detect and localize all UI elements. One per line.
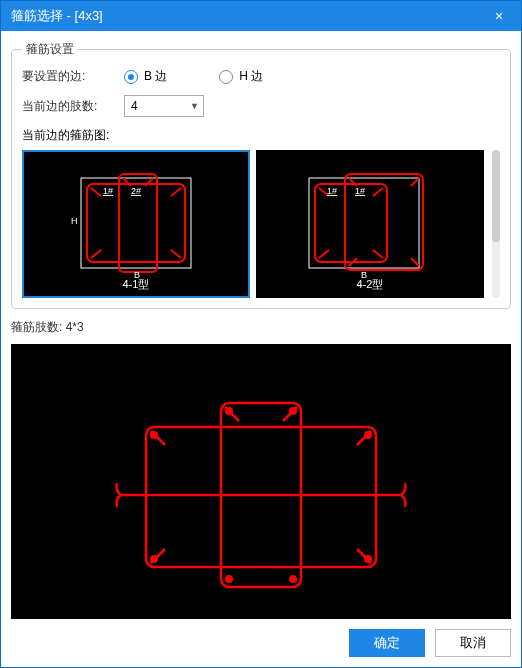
content-area: 箍筋设置 要设置的边: B 边 H 边 当前边的肢数: 4 ▼ bbox=[1, 31, 521, 619]
preview-panel bbox=[11, 344, 511, 619]
edge-row: 要设置的边: B 边 H 边 bbox=[22, 68, 500, 85]
svg-text:2#: 2# bbox=[131, 186, 141, 196]
svg-line-17 bbox=[319, 250, 329, 258]
diagram-label-row: 当前边的箍筋图: bbox=[22, 127, 500, 144]
radio-icon bbox=[124, 70, 138, 84]
count-value: 4 bbox=[131, 99, 138, 113]
stirrup-thumb-4-2[interactable]: 1# 1# B 4-2型 bbox=[256, 150, 484, 298]
thumb-caption: 4-1型 bbox=[24, 277, 248, 292]
svg-text:1#: 1# bbox=[327, 186, 337, 196]
svg-line-4 bbox=[91, 250, 101, 258]
svg-line-2 bbox=[91, 188, 101, 196]
svg-point-39 bbox=[225, 575, 233, 583]
stirrup-thumb-4-1[interactable]: 1# 2# H B 4-1型 bbox=[22, 150, 250, 298]
footer: 确定 取消 bbox=[1, 619, 521, 667]
count-label: 当前边的肢数: bbox=[22, 98, 112, 115]
cancel-button[interactable]: 取消 bbox=[435, 629, 511, 657]
group-legend: 箍筋设置 bbox=[22, 41, 78, 58]
svg-point-40 bbox=[289, 575, 297, 583]
title-text: 箍筋选择 - [4x3] bbox=[11, 7, 487, 25]
diagram-label: 当前边的箍筋图: bbox=[22, 127, 109, 144]
radio-h-label: H 边 bbox=[239, 68, 263, 85]
svg-line-23 bbox=[411, 258, 419, 266]
radio-b-label: B 边 bbox=[144, 68, 167, 85]
radio-icon bbox=[219, 70, 233, 84]
count-select[interactable]: 4 ▼ bbox=[124, 95, 204, 117]
radio-b-edge[interactable]: B 边 bbox=[124, 68, 167, 85]
svg-line-5 bbox=[171, 250, 181, 258]
edge-label: 要设置的边: bbox=[22, 68, 112, 85]
scrollbar-thumb[interactable] bbox=[492, 150, 500, 242]
svg-text:H: H bbox=[71, 216, 78, 226]
svg-line-3 bbox=[171, 188, 181, 196]
thumb-caption: 4-2型 bbox=[258, 277, 482, 292]
chevron-down-icon: ▼ bbox=[190, 101, 199, 111]
svg-text:1#: 1# bbox=[103, 186, 113, 196]
count-row: 当前边的肢数: 4 ▼ bbox=[22, 95, 500, 117]
svg-rect-14 bbox=[315, 184, 387, 262]
svg-rect-27 bbox=[146, 427, 376, 567]
close-icon[interactable]: × bbox=[487, 8, 511, 24]
stirrup-group: 箍筋设置 要设置的边: B 边 H 边 当前边的肢数: 4 ▼ bbox=[11, 41, 511, 309]
svg-line-16 bbox=[373, 188, 383, 196]
thumbs-scroller: 1# 2# H B 4-1型 bbox=[22, 150, 500, 298]
svg-line-18 bbox=[373, 250, 383, 258]
svg-text:1#: 1# bbox=[355, 186, 365, 196]
stirrup-count-summary: 箍筋肢数: 4*3 bbox=[11, 319, 511, 336]
titlebar: 箍筋选择 - [4x3] × bbox=[1, 1, 521, 31]
svg-line-21 bbox=[411, 178, 419, 186]
thumbs-wrap: 1# 2# H B 4-1型 bbox=[22, 150, 484, 298]
radio-h-edge[interactable]: H 边 bbox=[219, 68, 263, 85]
scrollbar-vertical[interactable] bbox=[492, 150, 500, 298]
ok-button[interactable]: 确定 bbox=[349, 629, 425, 657]
dialog-window: 箍筋选择 - [4x3] × 箍筋设置 要设置的边: B 边 H 边 当前边的肢… bbox=[0, 0, 522, 668]
